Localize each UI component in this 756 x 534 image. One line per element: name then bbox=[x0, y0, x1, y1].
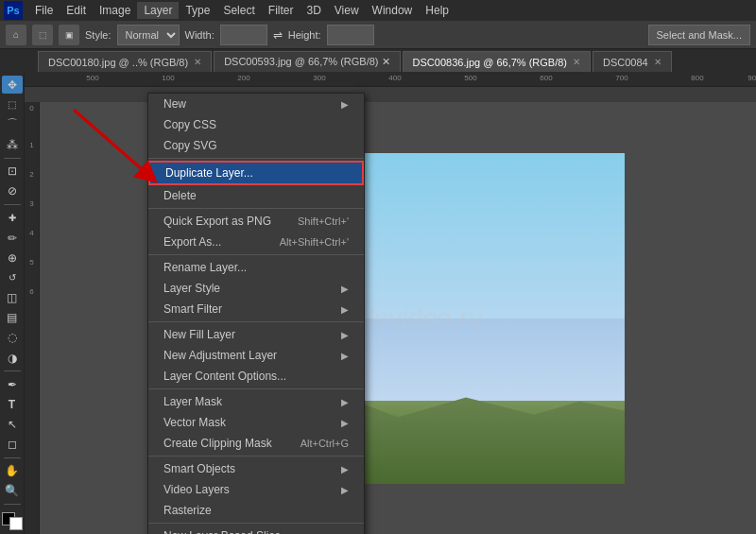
menu-sep-6 bbox=[148, 456, 364, 456]
layer-mask-arrow: ▶ bbox=[341, 397, 349, 407]
tab-close-icon3[interactable]: ✕ bbox=[654, 57, 662, 67]
menu-view[interactable]: View bbox=[328, 2, 366, 19]
color-swatch[interactable] bbox=[2, 512, 23, 530]
clipping-shortcut: Alt+Ctrl+G bbox=[301, 438, 349, 449]
eyedropper-tool[interactable]: ⊘ bbox=[2, 182, 23, 200]
history-tool[interactable]: ↺ bbox=[2, 268, 23, 286]
select-mask-button[interactable]: Select and Mask... bbox=[648, 25, 751, 45]
ruler-num-100: 100 bbox=[162, 74, 174, 82]
menubar: Ps File Edit Image Layer Type Select Fil… bbox=[0, 0, 756, 21]
ruler-num-600: 600 bbox=[540, 74, 552, 82]
menu-item-duplicate-layer[interactable]: Duplicate Layer... bbox=[148, 161, 364, 185]
blur-tool[interactable]: ◌ bbox=[2, 329, 23, 347]
home-icon[interactable]: ⌂ bbox=[6, 25, 26, 45]
eraser-tool[interactable]: ◫ bbox=[2, 288, 23, 306]
menu-sep-5 bbox=[148, 388, 364, 389]
stamp-tool[interactable]: ⊕ bbox=[2, 249, 23, 267]
gradient-tool[interactable]: ▤ bbox=[2, 309, 23, 327]
move-tool[interactable]: ✥ bbox=[2, 76, 23, 94]
menu-sep-1 bbox=[148, 158, 364, 159]
menu-item-clipping-mask[interactable]: Create Clipping Mask Alt+Ctrl+G bbox=[148, 433, 364, 454]
menu-layer[interactable]: Layer bbox=[137, 2, 179, 19]
menu-item-copy-svg[interactable]: Copy SVG bbox=[148, 135, 364, 156]
menu-item-smart-filter[interactable]: Smart Filter ▶ bbox=[148, 299, 364, 319]
menu-item-layer-content[interactable]: Layer Content Options... bbox=[148, 366, 364, 387]
tab-close-icon[interactable]: ✕ bbox=[194, 57, 201, 67]
menu-item-smart-objects[interactable]: Smart Objects ▶ bbox=[148, 458, 364, 479]
menu-item-vector-mask[interactable]: Vector Mask ▶ bbox=[148, 412, 364, 433]
menu-item-layer-mask[interactable]: Layer Mask ▶ bbox=[148, 391, 364, 412]
zoom-tool[interactable]: 🔍 bbox=[2, 482, 23, 500]
menu-item-delete[interactable]: Delete bbox=[148, 185, 364, 206]
menu-item-export-as[interactable]: Export As... Alt+Shift+Ctrl+' bbox=[148, 232, 364, 252]
lasso-tool[interactable]: ⌒ bbox=[2, 115, 23, 133]
menu-select[interactable]: Select bbox=[216, 2, 261, 19]
menu-item-quick-export[interactable]: Quick Export as PNG Shift+Ctrl+' bbox=[148, 211, 364, 232]
ruler-top: 500 100 200 300 400 500 600 700 800 900 bbox=[25, 72, 756, 87]
tab-dsc00836[interactable]: DSC00836.jpg @ 66,7% (RGB/8) ✕ bbox=[403, 51, 591, 72]
menu-file[interactable]: File bbox=[28, 2, 60, 19]
ruler-num-400: 400 bbox=[388, 74, 401, 82]
path-tool[interactable]: ↖ bbox=[2, 415, 23, 433]
optionsbar: ⌂ ⬚ ▣ Style: Normal Width: ⇌ Height: Sel… bbox=[0, 21, 756, 49]
ruler-num-200: 200 bbox=[237, 74, 249, 82]
background-color[interactable] bbox=[9, 517, 23, 530]
menu-sep-7 bbox=[148, 523, 364, 524]
toolbar: ✥ ⬚ ⌒ ⁂ ⊡ ⊘ ✚ ✏ ⊕ ↺ ◫ ▤ ◌ ◑ ✒ T ↖ ◻ ✋ 🔍 bbox=[0, 72, 25, 534]
tab-label: DSC00593.jpg @ 66,7% (RGB/8) ✕ bbox=[224, 56, 389, 68]
height-input[interactable] bbox=[327, 25, 374, 45]
selection-rect-icon[interactable]: ⬚ bbox=[32, 25, 53, 45]
menu-filter[interactable]: Filter bbox=[262, 2, 301, 19]
menu-sep-2 bbox=[148, 208, 364, 209]
dodge-tool[interactable]: ◑ bbox=[2, 349, 23, 367]
menu-item-new[interactable]: New ▶ bbox=[148, 94, 364, 114]
video-layers-arrow: ▶ bbox=[341, 485, 349, 495]
style-label: Style: bbox=[85, 29, 112, 41]
crop-tool[interactable]: ⊡ bbox=[2, 163, 23, 181]
menu-item-new-fill[interactable]: New Fill Layer ▶ bbox=[148, 324, 364, 345]
width-input[interactable] bbox=[220, 25, 267, 45]
quick-export-shortcut: Shift+Ctrl+' bbox=[298, 215, 349, 227]
main-area: ✥ ⬚ ⌒ ⁂ ⊡ ⊘ ✚ ✏ ⊕ ↺ ◫ ▤ ◌ ◑ ✒ T ↖ ◻ ✋ 🔍 bbox=[0, 72, 756, 534]
menu-item-rasterize[interactable]: Rasterize bbox=[148, 500, 364, 521]
style-select[interactable]: Normal bbox=[117, 25, 180, 45]
tab-dsc0084[interactable]: DSC0084 ✕ bbox=[593, 51, 672, 72]
vector-mask-arrow: ▶ bbox=[341, 418, 349, 428]
marquee-tool[interactable]: ⬚ bbox=[2, 95, 23, 113]
menu-3d[interactable]: 3D bbox=[300, 2, 327, 19]
tab-dsc00180[interactable]: DSC00180.jpg @ ..% (RGB/8) ✕ bbox=[38, 51, 212, 72]
healing-tool[interactable]: ✚ bbox=[2, 209, 23, 227]
menu-edit[interactable]: Edit bbox=[60, 2, 93, 19]
tool-separator-2 bbox=[4, 204, 21, 205]
menu-item-copy-css[interactable]: Copy CSS bbox=[148, 114, 364, 135]
shape-tool[interactable]: ◻ bbox=[2, 436, 23, 454]
menu-image[interactable]: Image bbox=[93, 2, 137, 19]
tool-separator-4 bbox=[4, 457, 21, 458]
magic-wand-tool[interactable]: ⁂ bbox=[2, 136, 23, 154]
menu-item-new-slice[interactable]: New Layer Based Slice bbox=[148, 525, 364, 534]
smart-filter-arrow: ▶ bbox=[341, 304, 349, 315]
height-label: Height: bbox=[288, 29, 321, 41]
tab-close-icon2[interactable]: ✕ bbox=[573, 57, 580, 67]
smart-obj-arrow: ▶ bbox=[341, 464, 349, 474]
hand-tool[interactable]: ✋ bbox=[2, 462, 23, 480]
tool-separator-1 bbox=[4, 158, 21, 159]
menu-window[interactable]: Window bbox=[366, 2, 420, 19]
text-tool[interactable]: T bbox=[2, 395, 23, 413]
menu-type[interactable]: Type bbox=[179, 2, 216, 19]
menu-item-layer-style[interactable]: Layer Style ▶ bbox=[148, 278, 364, 299]
menu-item-video-layers[interactable]: Video Layers ▶ bbox=[148, 479, 364, 500]
menu-help[interactable]: Help bbox=[419, 2, 455, 19]
tab-label: DSC00180.jpg @ ..% (RGB/8) bbox=[48, 57, 188, 68]
shape-icon[interactable]: ▣ bbox=[59, 25, 79, 45]
canvas-area: 500 100 200 300 400 500 600 700 800 900 … bbox=[25, 72, 756, 534]
width-label: Width: bbox=[185, 29, 215, 41]
pen-tool[interactable]: ✒ bbox=[2, 375, 23, 393]
menu-item-rename-layer[interactable]: Rename Layer... bbox=[148, 257, 364, 278]
tabsbar: DSC00180.jpg @ ..% (RGB/8) ✕ DSC00593.jp… bbox=[0, 49, 756, 72]
new-adj-arrow: ▶ bbox=[341, 351, 349, 361]
tab-dsc00593[interactable]: DSC00593.jpg @ 66,7% (RGB/8) ✕ bbox=[214, 51, 400, 72]
menu-item-new-adjustment[interactable]: New Adjustment Layer ▶ bbox=[148, 345, 364, 366]
tab-label: DSC00836.jpg @ 66,7% (RGB/8) bbox=[413, 57, 567, 68]
brush-tool[interactable]: ✏ bbox=[2, 229, 23, 247]
